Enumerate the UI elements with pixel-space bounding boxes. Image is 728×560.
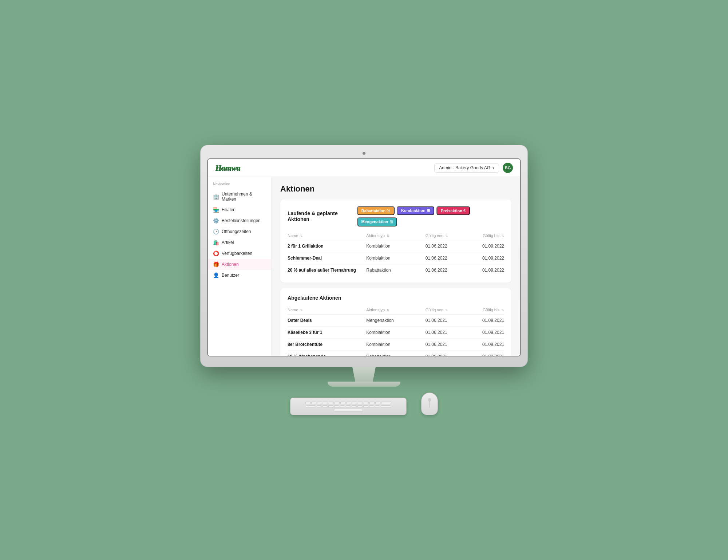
admin-label: Admin - Bakery Goods AG <box>439 165 490 170</box>
col-name: Name ⇅ <box>288 308 366 312</box>
badge-kombi[interactable]: Kombiaktion ⊞ <box>397 206 434 215</box>
key <box>329 402 334 404</box>
store-icon: 🏪 <box>213 207 219 213</box>
key <box>340 405 345 408</box>
app-header: Hamwa Admin - Bakery Goods AG ▾ BG <box>208 159 520 177</box>
cell-type: Kombiaktion <box>366 330 425 335</box>
sort-icon: ⇅ <box>445 234 448 238</box>
key <box>363 405 368 408</box>
sidebar-item-unternehmen[interactable]: 🏢 Unternehmen & Marken <box>208 189 271 204</box>
key <box>358 402 363 404</box>
cell-valid-to: 01.09.2022 <box>465 268 504 273</box>
cell-valid-from: 01.06.2021 <box>426 354 465 356</box>
key <box>369 405 374 408</box>
table-row[interactable]: 2 für 1 Grillaktion Kombiaktion 01.06.20… <box>288 240 504 252</box>
key <box>346 405 351 408</box>
cell-valid-from: 01.06.2022 <box>426 256 465 261</box>
current-actions-header: Laufende & geplante Aktionen Rabattaktio… <box>288 206 504 226</box>
bag-icon: 🛍️ <box>213 240 219 245</box>
main-content: Aktionen Laufende & geplante Aktionen Ra… <box>272 177 520 356</box>
spacebar-key <box>334 409 363 411</box>
admin-dropdown-button[interactable]: Admin - Bakery Goods AG ▾ <box>434 163 499 173</box>
col-gueltig-bis: Gültig bis ⇅ <box>465 308 504 312</box>
cell-type: Kombiaktion <box>366 342 425 347</box>
cell-valid-to: 01.09.2022 <box>465 256 504 261</box>
past-actions-title: Abgelaufene Aktionen <box>288 295 341 301</box>
cell-valid-from: 01.06.2021 <box>426 342 465 347</box>
past-actions-table: Name ⇅ Aktionstyp ⇅ Gültig von ⇅ Gültig … <box>288 306 504 356</box>
clock-icon: 🕐 <box>213 229 219 234</box>
cell-name: Schlemmer-Deal <box>288 256 366 261</box>
sidebar-item-verfuegbarkeiten[interactable]: ⭕ Verfügbarkeiten <box>208 248 271 259</box>
badge-rabatt[interactable]: Rabattaktion % <box>357 206 395 215</box>
table-row[interactable]: Oster Deals Mengenaktion 01.06.2021 01.0… <box>288 315 504 327</box>
key <box>381 402 391 404</box>
cell-type: Kombiaktion <box>366 256 425 261</box>
cell-valid-to: 01.09.2021 <box>465 330 504 335</box>
sidebar-item-label: Artikel <box>222 240 234 245</box>
key <box>311 402 316 404</box>
sort-icon: ⇅ <box>387 234 389 238</box>
monitor-wrapper: Hamwa Admin - Bakery Goods AG ▾ BG Navig… <box>200 145 528 415</box>
key <box>357 405 363 408</box>
sidebar-item-oeffnungszeiten[interactable]: 🕐 Öffnungszeiten <box>208 226 271 237</box>
cell-name: 8er Brötchentüte <box>288 342 366 347</box>
sidebar-item-filialen[interactable]: 🏪 Filialen <box>208 204 271 215</box>
sort-icon: ⇅ <box>501 234 504 238</box>
current-actions-title: Laufende & geplante Aktionen <box>288 210 357 222</box>
sidebar-item-bestelleinstellungen[interactable]: ⚙️ Bestelleinstellungen <box>208 215 271 226</box>
sidebar-item-aktionen[interactable]: 🎁 Aktionen <box>208 259 271 270</box>
key <box>335 402 340 404</box>
sidebar-item-artikel[interactable]: 🛍️ Artikel <box>208 237 271 248</box>
cell-valid-to: 01.09.2022 <box>465 244 504 249</box>
badge-kombi-label: Kombiaktion ⊞ <box>401 208 430 213</box>
cell-type: Kombiaktion <box>366 244 425 249</box>
app-chrome: Hamwa Admin - Bakery Goods AG ▾ BG Navig… <box>208 159 520 356</box>
app-body: Navigation 🏢 Unternehmen & Marken 🏪 Fili… <box>208 177 520 356</box>
table-row[interactable]: Schlemmer-Deal Kombiaktion 01.06.2022 01… <box>288 252 504 264</box>
col-gueltig-von: Gültig von ⇅ <box>426 233 465 238</box>
cell-name: 20 % auf alles außer Tiernahrung <box>288 268 366 273</box>
key <box>352 405 357 408</box>
sidebar-item-label: Bestelleinstellungen <box>222 218 261 223</box>
gift-icon: 🎁 <box>213 261 219 267</box>
cell-valid-to: 01.09.2021 <box>465 318 504 323</box>
key <box>323 402 328 404</box>
mouse-scroll-wheel <box>428 398 431 402</box>
key <box>328 405 333 408</box>
table-row[interactable]: Käseliebe 3 für 1 Kombiaktion 01.06.2021… <box>288 327 504 339</box>
avatar: BG <box>503 163 513 173</box>
cell-type: Rabattaktion <box>366 354 425 356</box>
camera-dot <box>363 152 365 155</box>
current-actions-table: Name ⇅ Aktionstyp ⇅ Gültig von ⇅ Gültig … <box>288 232 504 276</box>
badge-menge[interactable]: Mengenaktion ⊞ <box>357 217 397 226</box>
table-row[interactable]: 20 % auf alles außer Tiernahrung Rabatta… <box>288 264 504 276</box>
badge-group: Rabattaktion % Kombiaktion ⊞ Preisaktion… <box>357 206 504 226</box>
sort-icon: ⇅ <box>387 308 389 312</box>
keyboard <box>290 398 407 415</box>
table-header-row: Name ⇅ Aktionstyp ⇅ Gültig von ⇅ Gültig … <box>288 306 504 315</box>
mouse <box>421 393 438 415</box>
sidebar-item-benutzer[interactable]: 👤 Benutzer <box>208 270 271 281</box>
cell-name: Käseliebe 3 für 1 <box>288 330 366 335</box>
table-row[interactable]: 8er Brötchentüte Kombiaktion 01.06.2021 … <box>288 339 504 351</box>
key <box>334 405 339 408</box>
key <box>369 402 375 404</box>
table-row[interactable]: 10 % Wochenende Rabattaktion 01.06.2021 … <box>288 351 504 356</box>
key <box>381 405 391 408</box>
monitor-screen: Hamwa Admin - Bakery Goods AG ▾ BG Navig… <box>207 158 521 356</box>
badge-preis[interactable]: Preisaktion € <box>436 206 470 215</box>
building-icon: 🏢 <box>213 194 219 200</box>
badge-menge-label: Mengenaktion ⊞ <box>361 220 393 224</box>
user-icon: 👤 <box>213 272 219 278</box>
cell-valid-from: 01.06.2022 <box>426 268 465 273</box>
badge-rabatt-label: Rabattaktion % <box>361 209 390 213</box>
sidebar-item-label: Unternehmen & Marken <box>222 192 266 202</box>
past-actions-card: Abgelaufene Aktionen Name ⇅ Aktionstyp ⇅… <box>280 288 511 356</box>
sort-icon: ⇅ <box>300 308 303 312</box>
col-aktionstyp: Aktionstyp ⇅ <box>366 233 425 238</box>
sidebar-nav-label: Navigation <box>208 182 271 189</box>
cell-valid-from: 01.06.2021 <box>426 330 465 335</box>
sidebar-item-label: Aktionen <box>222 262 239 267</box>
monitor-body: Hamwa Admin - Bakery Goods AG ▾ BG Navig… <box>200 145 528 367</box>
